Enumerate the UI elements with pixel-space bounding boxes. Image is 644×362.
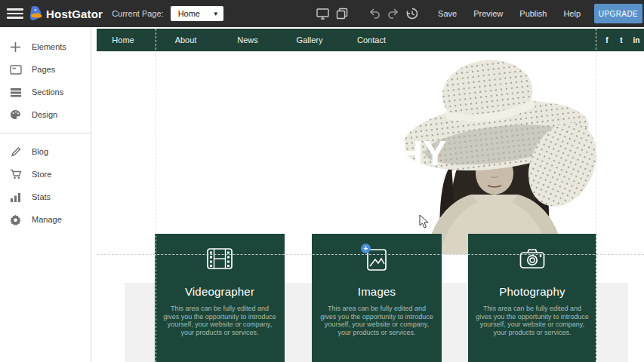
- hero-title[interactable]: MODELS. PHOTOGRAPHY: [168, 91, 448, 174]
- editor-sidebar: Elements Pages Sections Design Blog Stor…: [0, 27, 91, 362]
- sidebar-item-store[interactable]: Store: [0, 163, 91, 186]
- sidebar-item-elements[interactable]: Elements: [0, 35, 91, 58]
- image-add-icon: +: [365, 247, 388, 273]
- linkedin-icon[interactable]: in: [633, 29, 640, 51]
- pages-icon: [9, 63, 22, 76]
- desktop-preview-icon[interactable]: [316, 8, 329, 20]
- mobile-pages-icon[interactable]: [335, 8, 348, 20]
- current-page-label: Current Page:: [112, 9, 163, 18]
- sidebar-item-manage[interactable]: Manage: [0, 208, 91, 231]
- sidebar-item-label: Blog: [32, 147, 48, 156]
- film-strip-icon: [206, 247, 233, 273]
- preview-button[interactable]: Preview: [473, 9, 503, 18]
- current-page-dropdown[interactable]: Home ▼: [171, 6, 223, 21]
- sidebar-item-label: Elements: [32, 42, 66, 51]
- undo-icon[interactable]: [368, 8, 381, 20]
- sidebar-item-label: Manage: [32, 215, 62, 224]
- site-preview: Home About News Gallery Contact f t in: [97, 27, 644, 362]
- history-icon[interactable]: [405, 8, 418, 20]
- sidebar-item-label: Stats: [32, 192, 51, 201]
- card-title: Images: [358, 285, 396, 298]
- hero-section[interactable]: MODELS. PHOTOGRAPHY: [97, 51, 644, 254]
- chevron-down-icon: ▼: [213, 11, 219, 17]
- sidebar-item-label: Sections: [32, 87, 63, 97]
- sidebar-item-blog[interactable]: Blog: [0, 140, 91, 163]
- plus-icon: [9, 41, 22, 54]
- hostgator-builder-app: HostGator Current Page: Home ▼ Save: [0, 0, 644, 362]
- site-nav-contact[interactable]: Contact: [357, 29, 386, 51]
- publish-button[interactable]: Publish: [519, 9, 547, 18]
- sidebar-item-stats[interactable]: Stats: [0, 186, 91, 208]
- site-nav-home[interactable]: Home: [112, 29, 134, 51]
- sidebar-item-label: Design: [32, 110, 57, 119]
- feature-card-images[interactable]: + Images This area can be fully edited a…: [312, 234, 442, 362]
- add-badge-icon: +: [361, 244, 371, 253]
- sidebar-item-design[interactable]: Design: [0, 103, 91, 126]
- card-body: This area can be fully edited and gives …: [476, 305, 589, 336]
- feature-card-photography[interactable]: Photography This area can be fully edite…: [468, 234, 596, 362]
- redo-icon[interactable]: [387, 8, 399, 20]
- palette-icon: [9, 109, 22, 121]
- site-nav-news[interactable]: News: [237, 29, 258, 51]
- card-body: This area can be fully edited and gives …: [320, 305, 433, 336]
- camera-icon: [519, 247, 546, 273]
- card-title: Videographer: [185, 285, 254, 298]
- cart-icon: [9, 168, 22, 181]
- hostgator-logo: HostGator: [29, 5, 103, 22]
- feature-card-videographer[interactable]: Videographer This area can be fully edit…: [155, 234, 285, 362]
- site-nav-about[interactable]: About: [175, 29, 197, 51]
- sidebar-item-label: Store: [32, 170, 51, 179]
- topbar-actions: Save Preview Publish Help UPGRADE: [316, 0, 644, 27]
- current-page-value: Home: [178, 9, 200, 18]
- sidebar-divider: [0, 133, 91, 133]
- upgrade-button[interactable]: UPGRADE: [594, 4, 642, 23]
- card-title: Photography: [499, 285, 565, 298]
- hero-title-line2: PHOTOGRAPHY: [168, 133, 448, 174]
- help-button[interactable]: Help: [563, 9, 581, 18]
- site-navbar: Home About News Gallery Contact f t in: [97, 29, 644, 51]
- preview-canvas: Home About News Gallery Contact f t in: [91, 27, 644, 362]
- facebook-icon[interactable]: f: [605, 29, 608, 51]
- gear-icon: [9, 213, 22, 226]
- menu-icon[interactable]: [7, 8, 23, 19]
- twitter-icon[interactable]: t: [620, 29, 622, 51]
- hero-title-line1: MODELS.: [168, 91, 448, 133]
- hostgator-gator-icon: [29, 5, 44, 22]
- editor-topbar: HostGator Current Page: Home ▼ Save: [0, 0, 644, 27]
- sidebar-item-label: Pages: [32, 65, 55, 74]
- site-nav-gallery[interactable]: Gallery: [297, 29, 323, 51]
- logo-text: HostGator: [46, 8, 103, 20]
- card-body: This area can be fully edited and gives …: [163, 305, 276, 336]
- sections-icon: [9, 86, 22, 99]
- pencil-icon: [9, 146, 22, 158]
- sidebar-item-pages[interactable]: Pages: [0, 58, 91, 81]
- save-button[interactable]: Save: [438, 9, 457, 18]
- sidebar-item-sections[interactable]: Sections: [0, 81, 91, 103]
- bar-chart-icon: [9, 191, 22, 204]
